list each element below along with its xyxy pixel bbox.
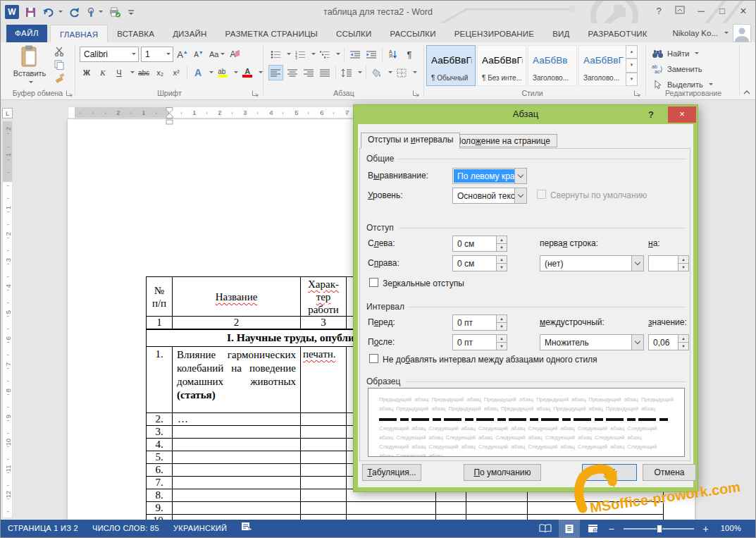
style-card[interactable]: АаБбВвГг,¶ Без инте... — [477, 45, 526, 86]
tab-mailings[interactable]: РАССЫЛКИ — [381, 25, 445, 42]
dropdown-icon[interactable] — [514, 169, 526, 183]
web-layout-button[interactable] — [583, 520, 604, 537]
zoom-slider-thumb[interactable] — [657, 525, 662, 533]
vertical-ruler[interactable]: L 21123456789101112 — [2, 106, 13, 519]
style-card[interactable]: АаБбВвГЗаголово... — [578, 45, 628, 86]
grow-font-button[interactable]: A▲ — [175, 47, 190, 62]
superscript-button[interactable]: x² — [169, 65, 183, 80]
tab-design[interactable]: ДИЗАЙН — [163, 25, 216, 42]
line-spacing-select[interactable]: Множитель — [540, 334, 644, 350]
read-mode-button[interactable] — [535, 520, 556, 537]
dropdown-icon[interactable] — [514, 188, 526, 203]
underline-button[interactable]: Ч — [112, 65, 126, 80]
font-family-select[interactable]: Calibri — [80, 47, 139, 62]
highlight-color-button[interactable]: ab — [216, 65, 230, 80]
align-right-button[interactable] — [302, 65, 316, 80]
align-center-button[interactable] — [285, 65, 299, 80]
minimize-button[interactable]: ─ — [692, 3, 710, 20]
tab-review[interactable]: РЕЦЕНЗИРОВАНИЕ — [445, 25, 543, 42]
cut-button[interactable] — [54, 47, 65, 56]
numbering-button[interactable]: 123 — [293, 47, 307, 62]
word-count[interactable]: ЧИСЛО СЛОВ: 85 — [85, 520, 166, 537]
close-button[interactable]: × — [734, 3, 752, 20]
alignment-select[interactable]: По левому краю — [452, 168, 527, 184]
dialog-help-button[interactable]: ? — [644, 106, 658, 123]
account-area[interactable]: Nikolay Ko... — [672, 23, 751, 42]
spacing-after-spinner[interactable]: 0 пт▲▼ — [452, 334, 507, 350]
indent-right-spinner[interactable]: 0 см▲▼ — [452, 255, 507, 271]
tabs-button[interactable]: Табуляция... — [362, 464, 421, 481]
align-left-button[interactable] — [268, 65, 283, 80]
font-size-select[interactable]: 1 — [141, 47, 173, 62]
tab-page-layout[interactable]: РАЗМЕТКА СТРАНИЦЫ — [216, 25, 327, 42]
tab-selector[interactable]: L — [2, 108, 13, 118]
no-space-same-style-checkbox[interactable] — [369, 354, 378, 363]
help-icon[interactable]: ? — [650, 3, 668, 20]
change-case-button[interactable]: Aa — [208, 47, 226, 62]
paragraph-dialog-launcher-icon[interactable] — [412, 90, 420, 97]
first-line-select[interactable]: (нет) — [540, 255, 644, 271]
tab-indents-spacing[interactable]: Отступы и интервалы — [361, 133, 460, 149]
outline-level-select[interactable]: Основной текст — [452, 188, 527, 204]
line-spacing-button[interactable] — [340, 65, 354, 80]
paste-button[interactable]: Вставить — [8, 45, 51, 86]
ribbon-display-options-icon[interactable] — [671, 3, 689, 20]
tab-view[interactable]: ВИД — [543, 25, 578, 42]
style-card[interactable]: АаБбВвГг,¶ Обычный — [426, 45, 476, 86]
collapse-ribbon-icon[interactable] — [743, 89, 751, 96]
tab-insert[interactable]: ВСТАВКА — [108, 25, 163, 42]
dropdown-icon[interactable] — [631, 256, 643, 271]
zoom-slider[interactable] — [624, 528, 694, 530]
zoom-in-button[interactable]: + — [701, 523, 711, 534]
show-paragraph-marks-button[interactable]: ¶ — [402, 47, 416, 62]
shrink-font-button[interactable]: A▼ — [192, 47, 206, 62]
replace-button[interactable]: abac Заменить — [652, 62, 702, 76]
shading-button[interactable] — [370, 65, 384, 80]
format-painter-button[interactable] — [54, 73, 65, 83]
decrease-indent-button[interactable] — [348, 47, 362, 62]
dialog-close-button[interactable]: × — [668, 106, 696, 123]
account-name[interactable]: Nikolay Ko... — [672, 29, 718, 37]
mirror-indents-checkbox[interactable] — [369, 278, 378, 287]
font-color-button[interactable]: А — [240, 65, 254, 80]
clipboard-dialog-launcher-icon[interactable] — [66, 90, 73, 97]
copy-button[interactable] — [54, 60, 64, 70]
font-dialog-launcher-icon[interactable] — [252, 90, 259, 97]
sort-button[interactable]: АЯ — [386, 47, 400, 62]
multilevel-list-button[interactable] — [318, 47, 332, 62]
bold-button[interactable]: Ж — [80, 65, 94, 80]
tab-line-page-breaks[interactable]: Положение на странице — [448, 134, 557, 147]
italic-button[interactable]: К — [96, 65, 110, 80]
style-card[interactable]: АаБбВвЗаголово... — [528, 45, 577, 86]
tab-home[interactable]: ГЛАВНАЯ — [50, 25, 108, 42]
page-indicator[interactable]: СТРАНИЦА 1 ИЗ 2 — [1, 520, 85, 537]
indent-left-spinner[interactable]: 0 см▲▼ — [452, 236, 507, 252]
dropdown-icon[interactable] — [631, 335, 643, 350]
spacing-before-spinner[interactable]: 0 пт▲▼ — [452, 314, 507, 331]
avatar[interactable] — [733, 24, 751, 42]
indent-markers[interactable] — [164, 107, 175, 126]
proofing-status-icon[interactable] — [234, 520, 259, 537]
zoom-level[interactable]: 100% — [714, 520, 748, 537]
maximize-button[interactable]: □ — [713, 3, 731, 20]
strikethrough-button[interactable]: abc — [137, 65, 151, 80]
tab-developer[interactable]: РАЗРАБОТЧИК — [578, 25, 656, 42]
increase-indent-button[interactable] — [364, 47, 378, 62]
text-effects-button[interactable]: A — [191, 65, 205, 80]
set-default-button[interactable]: По умолчанию — [464, 464, 541, 481]
print-layout-button[interactable] — [559, 520, 580, 537]
styles-gallery-scroll[interactable]: ▲▼▼ — [626, 45, 638, 86]
bullets-button[interactable] — [268, 47, 283, 62]
zoom-out-button[interactable]: − — [607, 523, 616, 534]
subscript-button[interactable]: x₂ — [153, 65, 167, 80]
find-button[interactable]: Найти — [652, 47, 699, 61]
indent-by-spinner[interactable]: ▲▼ — [648, 255, 689, 271]
tab-file[interactable]: ФАЙЛ — [6, 25, 47, 42]
borders-button[interactable] — [395, 65, 409, 80]
tab-references[interactable]: ССЫЛКИ — [327, 25, 381, 42]
justify-button[interactable] — [318, 65, 332, 80]
styles-dialog-launcher-icon[interactable] — [633, 90, 641, 97]
language-indicator[interactable]: УКРАИНСКИЙ — [166, 520, 234, 537]
cancel-button[interactable]: Отмена — [643, 464, 696, 481]
clear-formatting-button[interactable]: A — [228, 47, 242, 62]
